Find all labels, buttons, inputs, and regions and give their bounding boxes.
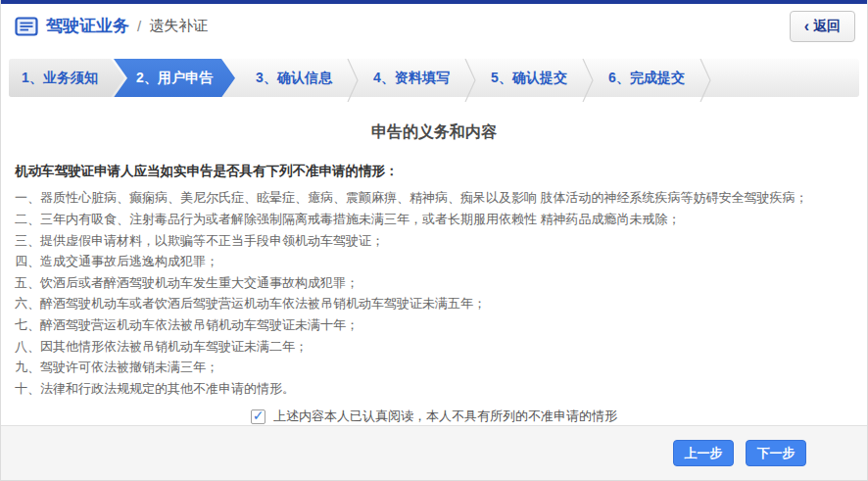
notice-item: 一、器质性心脏病、癫痫病、美尼尔氏症、眩晕症、癔病、震颤麻痹、精神病、痴呆以及影… — [15, 187, 853, 209]
footer-action-bar: 上一步 下一步 — [1, 425, 867, 480]
wizard-step[interactable]: 1、业务须知 — [9, 59, 124, 97]
step-separator-icon — [347, 59, 359, 102]
wizard-step-label: 3、确认信息 — [256, 70, 332, 87]
notice-item: 十、法律和行政法规规定的其他不准申请的情形。 — [15, 378, 853, 400]
header: 驾驶证业务 / 遗失补证 ‹ 返回 — [1, 4, 867, 50]
notice-item: 五、饮酒后或者醉酒驾驶机动车发生重大交通事故构成犯罪； — [15, 272, 853, 294]
wizard-step[interactable]: 5、确认提交 — [470, 59, 588, 97]
step-wizard: 1、业务须知 2、用户申告 3、确认信息 4、资料填写 — [9, 59, 859, 97]
step-separator-icon — [464, 59, 476, 102]
wizard-step[interactable] — [705, 59, 859, 97]
notice-item: 六、醉酒驾驶机动车或者饮酒后驾驶营运机动车依法被吊销机动车驾驶证未满五年； — [15, 293, 853, 314]
breadcrumb-separator: / — [137, 18, 141, 34]
wizard-step-label: 5、确认提交 — [491, 70, 567, 87]
previous-step-button[interactable]: 上一步 — [673, 440, 734, 466]
wizard-step-label: 4、资料填写 — [373, 70, 450, 87]
wizard-step-label: 2、用户申告 — [136, 70, 213, 87]
breadcrumb-current-page: 遗失补证 — [149, 17, 208, 35]
notice-item: 七、醉酒驾驶营运机动车依法被吊销机动车驾驶证未满十年； — [15, 314, 853, 336]
back-button-label: 返回 — [813, 18, 841, 35]
notice-list: 一、器质性心脏病、癫痫病、美尼尔氏症、眩晕症、癔病、震颤麻痹、精神病、痴呆以及影… — [15, 187, 853, 399]
next-step-button[interactable]: 下一步 — [746, 440, 806, 466]
id-card-icon — [15, 17, 38, 36]
page: 驾驶证业务 / 遗失补证 ‹ 返回 1、业务须知 2、用户申告 — [0, 0, 868, 481]
confirm-checkbox-label[interactable]: 上述内容本人已认真阅读，本人不具有所列的不准申请的情形 — [273, 408, 617, 425]
notice-item: 二、三年内有吸食、注射毒品行为或者解除强制隔离戒毒措施未满三年，或者长期服用依赖… — [15, 209, 853, 230]
main-content: 申告的义务和内容 机动车驾驶证申请人应当如实申告是否具有下列不准申请的情形： 一… — [1, 97, 867, 425]
wizard-step[interactable]: 6、完成提交 — [588, 59, 705, 97]
notice-item: 九、驾驶许可依法被撤销未满三年； — [15, 357, 853, 378]
page-title: 申告的义务和内容 — [15, 122, 853, 143]
check-icon: ✓ — [253, 409, 265, 422]
wizard-step[interactable]: 3、确认信息 — [235, 59, 353, 97]
back-button[interactable]: ‹ 返回 — [790, 11, 855, 42]
notice-item: 八、因其他情形依法被吊销机动车驾驶证未满二年； — [15, 336, 853, 358]
step-separator-icon — [699, 59, 711, 102]
breadcrumb-service-title[interactable]: 驾驶证业务 — [46, 15, 129, 37]
chevron-left-icon: ‹ — [804, 19, 809, 34]
step-separator-icon — [582, 59, 594, 102]
wizard-step[interactable]: 4、资料填写 — [353, 59, 470, 97]
confirm-checkbox[interactable]: ✓ — [251, 409, 265, 424]
wizard-step[interactable]: 2、用户申告 — [114, 59, 235, 97]
notice-intro: 机动车驾驶证申请人应当如实申告是否具有下列不准申请的情形： — [15, 163, 853, 180]
wizard-step-label: 6、完成提交 — [608, 70, 685, 87]
confirmation-row: ✓ 上述内容本人已认真阅读，本人不具有所列的不准申请的情形 — [15, 408, 853, 425]
wizard-step-label: 1、业务须知 — [22, 70, 98, 87]
notice-item: 三、提供虚假申请材料，以欺骗等不正当手段申领机动车驾驶证； — [15, 230, 853, 252]
notice-item: 四、造成交通事故后逃逸构成犯罪； — [15, 251, 853, 272]
